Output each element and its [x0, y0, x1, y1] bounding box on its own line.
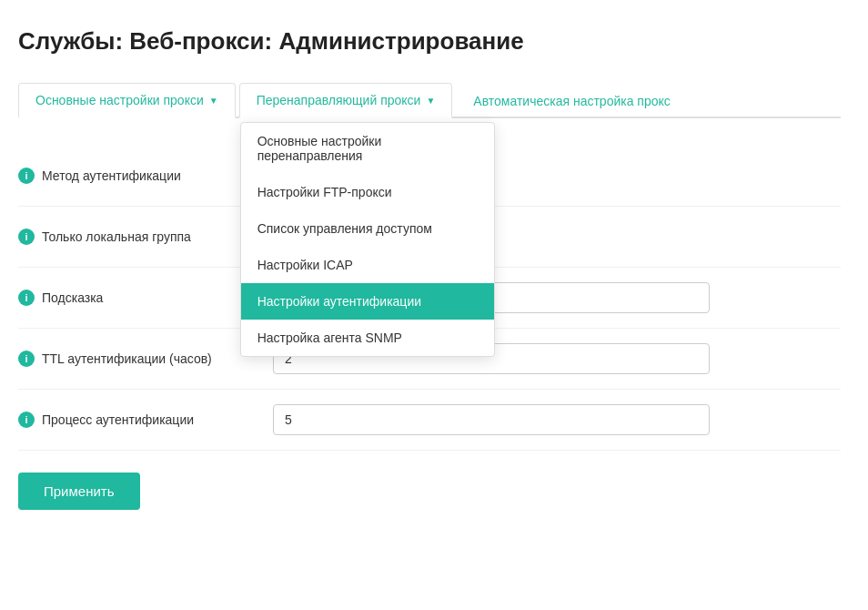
info-icon-hint[interactable]: i: [18, 290, 35, 306]
form-row-auth-process: i Процесс аутентификации: [18, 390, 841, 451]
label-hint-text: Подсказка: [42, 290, 103, 305]
label-ttl: i TTL аутентификации (часов): [18, 351, 273, 367]
tab-forwarding-proxy-chevron: ▼: [426, 96, 435, 106]
dropdown-item-1[interactable]: Настройки FTP-прокси: [241, 174, 494, 210]
tab-forwarding-proxy[interactable]: Перенаправляющий прокси ▼ Основные настр…: [239, 83, 453, 118]
label-auth-process: i Процесс аутентификации: [18, 412, 273, 428]
input-auth-process[interactable]: [273, 404, 710, 435]
tab-basic-proxy-label: Основные настройки прокси: [35, 93, 204, 107]
apply-button[interactable]: Применить: [18, 473, 140, 510]
tab-forwarding-proxy-label: Перенаправляющий прокси: [257, 93, 421, 107]
tab-auto-proxy-label: Автоматическая настройка прокс: [473, 94, 670, 108]
tabs-bar: Основные настройки прокси ▼ Перенаправля…: [18, 81, 841, 118]
tab-basic-proxy-chevron: ▼: [209, 96, 218, 106]
label-ttl-text: TTL аутентификации (часов): [42, 351, 212, 366]
tab-auto-proxy[interactable]: Автоматическая настройка прокс: [456, 84, 687, 117]
info-icon-ttl[interactable]: i: [18, 351, 35, 367]
tab-basic-proxy[interactable]: Основные настройки прокси ▼: [18, 83, 236, 118]
dropdown-item-2[interactable]: Список управления доступом: [241, 210, 494, 247]
label-local-group: i Только локальная группа: [18, 229, 273, 245]
dropdown-menu: Основные настройки перенаправления Настр…: [240, 122, 495, 357]
label-auth-method: i Метод аутентификации: [18, 168, 273, 184]
main-page: Службы: Веб-прокси: Администрирование Ос…: [0, 0, 868, 610]
control-auth-process: [273, 404, 841, 435]
label-auth-process-text: Процесс аутентификации: [42, 412, 194, 427]
label-auth-method-text: Метод аутентификации: [42, 168, 181, 183]
info-icon-auth-method[interactable]: i: [18, 168, 35, 184]
info-icon-local-group[interactable]: i: [18, 229, 35, 245]
dropdown-item-5[interactable]: Настройка агента SNMP: [241, 320, 494, 356]
page-title: Службы: Веб-прокси: Администрирование: [18, 27, 841, 56]
info-icon-auth-process[interactable]: i: [18, 412, 35, 428]
dropdown-item-0[interactable]: Основные настройки перенаправления: [241, 123, 494, 174]
label-local-group-text: Только локальная группа: [42, 229, 191, 244]
dropdown-item-4[interactable]: Настройки аутентификации: [241, 283, 494, 320]
forwarding-proxy-dropdown: Основные настройки перенаправления Настр…: [240, 122, 495, 357]
dropdown-item-3[interactable]: Настройки ICAP: [241, 247, 494, 283]
label-hint: i Подсказка: [18, 290, 273, 306]
